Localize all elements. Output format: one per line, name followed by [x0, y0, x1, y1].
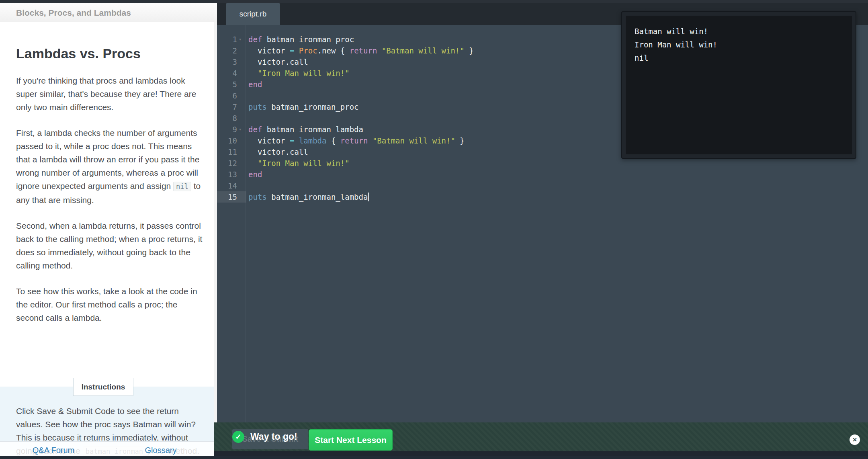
inline-code-nil: nil: [173, 182, 191, 191]
line-number: 15: [217, 191, 237, 203]
code-text: end: [248, 79, 262, 90]
line-number: 9: [217, 124, 237, 135]
tab-script-rb[interactable]: script.rb: [226, 3, 280, 25]
lesson-header-title: Blocks, Procs, and Lambdas: [0, 3, 217, 22]
line-number: 13: [217, 169, 237, 180]
code-text: puts batman_ironman_proc: [248, 101, 359, 113]
code-line[interactable]: 14: [217, 180, 868, 191]
code-text: def batman_ironman_proc: [248, 34, 354, 45]
code-line[interactable]: 13end: [217, 169, 868, 180]
line-number: 3: [217, 56, 237, 68]
code-text: def batman_ironman_lambda: [248, 124, 363, 135]
code-text: victor = Proc.new { return "Batman will …: [248, 45, 474, 56]
code-text: victor.call: [248, 146, 308, 158]
top-strip: [0, 0, 868, 3]
code-text: "Iron Man will win!": [248, 158, 350, 169]
editor-region: script.rb 1▾def batman_ironman_proc2 vic…: [217, 3, 868, 459]
close-icon[interactable]: ✕: [850, 434, 860, 445]
line-number: 4: [217, 68, 237, 79]
console-panel: Batman will win!Iron Man will win!nil: [621, 11, 856, 159]
code-line[interactable]: 15puts batman_ironman_lambda: [217, 191, 868, 203]
console-line: Batman will win!: [635, 25, 852, 38]
code-text: victor.call: [248, 56, 308, 68]
success-message: Way to go!: [250, 422, 297, 451]
check-icon: ✓: [232, 431, 244, 443]
start-next-lesson-button[interactable]: Start Next Lesson: [309, 429, 393, 451]
line-number: 11: [217, 146, 237, 158]
lesson-paragraph-4: To see how this works, take a look at th…: [16, 285, 204, 324]
instructions-tab: Instructions: [73, 378, 133, 396]
line-number: 6: [217, 90, 237, 101]
fold-icon[interactable]: ▾: [239, 34, 245, 45]
line-number: 2: [217, 45, 237, 56]
lesson-paragraph-2: First, a lambda checks the number of arg…: [16, 126, 204, 207]
lesson-paragraph-3: Second, when a lambda returns, it passes…: [16, 219, 204, 272]
line-number: 14: [217, 180, 237, 191]
window-bottom-edge: [0, 456, 868, 459]
line-number: 1: [217, 34, 237, 45]
lesson-paragraph-1: If you're thinking that procs and lambda…: [16, 74, 204, 114]
lesson-title: Lambdas vs. Procs: [16, 45, 217, 61]
page: Blocks, Procs, and Lambdas Lambdas vs. P…: [0, 0, 868, 459]
lesson-body: Lambdas vs. Procs If you're thinking tha…: [0, 22, 217, 459]
panel-scroll-track: [214, 22, 217, 422]
line-number: 8: [217, 113, 237, 124]
line-number: 10: [217, 135, 237, 146]
line-number: 5: [217, 79, 237, 90]
console-output: Batman will win!Iron Man will win!nil: [626, 16, 852, 154]
console-line: nil: [635, 51, 852, 65]
line-number: 7: [217, 101, 237, 113]
line-number: 12: [217, 158, 237, 169]
lesson-paragraph-2-text: First, a lambda checks the number of arg…: [16, 128, 199, 191]
console-line: Iron Man will win!: [635, 38, 852, 51]
code-text: end: [248, 169, 262, 180]
fold-icon[interactable]: ▾: [239, 124, 245, 135]
lesson-panel: Blocks, Procs, and Lambdas Lambdas vs. P…: [0, 3, 217, 459]
success-bar: Save & Submit Code ✓ Way to go! Start Ne…: [214, 422, 868, 451]
code-line[interactable]: 12 "Iron Man will win!": [217, 158, 868, 169]
code-text: victor = lambda { return "Batman will wi…: [248, 135, 465, 146]
glossary-link[interactable]: Glossary: [145, 446, 177, 455]
code-text: "Iron Man will win!": [248, 68, 350, 79]
qa-forum-link[interactable]: Q&A Forum: [33, 446, 74, 455]
code-text: puts batman_ironman_lambda: [248, 191, 369, 203]
text-cursor: [368, 193, 369, 201]
